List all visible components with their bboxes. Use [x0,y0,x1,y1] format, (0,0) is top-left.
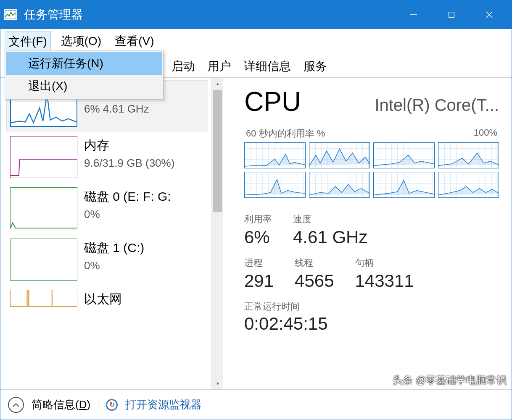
file-menu-dropdown: 运行新任务(N) 退出(X) [5,50,164,100]
graph-caption-left: 60 秒内的利用率 % [246,127,325,140]
stat-value: 4.61 GHz [293,227,367,247]
memory-thumb-icon [10,136,77,178]
graph-caption-right: 100% [474,127,497,140]
minimize-button[interactable] [395,0,433,29]
menubar: 文件(F) 选项(O) 查看(V) [0,29,512,52]
sidebar-item-value: 0% [84,208,204,221]
svg-rect-2 [449,12,454,18]
content: CPU 6% 4.61 GHz 内存 9.6/31.9 GB (30%) [0,77,512,389]
sidebar-item-value: 6% 4.61 GHz [84,102,204,116]
sidebar-item-label: 磁盘 1 (C:) [84,239,204,257]
core-graph [438,172,499,198]
core-graph [373,142,435,168]
sidebar-scrollbar[interactable]: ▴ ▾ [211,78,223,389]
stat-value: 4565 [295,271,334,291]
menu-file[interactable]: 文件(F) [5,32,51,52]
sidebar-item-disk1[interactable]: 磁盘 1 (C:) 0% [6,234,208,285]
stat-value: 291 [244,271,274,291]
separator [98,398,98,412]
detail-pane: CPU Intel(R) Core(T... 60 秒内的利用率 % 100% … [223,78,512,389]
stat-label: 利用率 [244,213,272,226]
scroll-up-icon[interactable]: ▴ [212,78,223,89]
cpu-core-grid[interactable] [244,142,499,198]
cpu-model: Intel(R) Core(T... [326,96,499,115]
sidebar-item-disk0[interactable]: 磁盘 0 (E: F: G: 0% [6,183,208,234]
disk-thumb-icon [10,187,77,229]
tab-details[interactable]: 详细信息 [238,55,297,77]
chevron-up-icon[interactable] [8,397,24,413]
app-icon [4,9,17,20]
bottom-bar: 简略信息(D) ↻ 打开资源监视器 [0,389,512,420]
menu-run-new-task[interactable]: 运行新任务(N) [6,52,162,75]
core-graph [373,172,435,198]
task-manager-window: 任务管理器 文件(F) 选项(O) 查看(V) 运行新任务(N) 退出(X) 启… [0,0,512,420]
sidebar-item-memory[interactable]: 内存 9.6/31.9 GB (30%) [6,131,208,183]
sidebar-item-value: 9.6/31.9 GB (30%) [84,157,204,170]
ethernet-thumb-icon [10,290,77,307]
maximize-button[interactable] [433,0,470,29]
detail-title: CPU [244,86,301,117]
core-graph [244,172,306,198]
tab-services[interactable]: 服务 [297,55,333,77]
tab-users[interactable]: 用户 [201,55,238,77]
sidebar-item-label: 以太网 [84,291,204,308]
stat-label: 进程 [244,257,274,269]
menu-view[interactable]: 查看(V) [111,32,157,52]
core-graph [438,142,499,168]
resource-sidebar: CPU 6% 4.61 GHz 内存 9.6/31.9 GB (30%) [0,78,223,389]
uptime-value: 0:02:45:15 [244,314,499,331]
menu-exit[interactable]: 退出(X) [6,75,162,97]
stats-row-2: 进程 291 线程 4565 句柄 143311 [244,257,499,291]
titlebar[interactable]: 任务管理器 [0,0,512,29]
scrollbar-thumb[interactable] [213,90,222,212]
stat-value: 143311 [355,271,414,291]
open-resource-monitor-link[interactable]: 打开资源监视器 [125,397,202,412]
stat-label: 速度 [293,213,367,226]
watermark: 头条 @零基础学电脑常识 [393,373,507,387]
stat-value: 6% [244,227,272,247]
sidebar-item-label: 磁盘 0 (E: F: G: [84,188,204,205]
stats-row-1: 利用率 6% 速度 4.61 GHz [244,213,499,247]
fewer-details-link[interactable]: 简略信息(D) [32,397,90,412]
disk-thumb-icon [10,239,77,281]
sidebar-item-label: 内存 [84,137,204,154]
menu-options[interactable]: 选项(O) [58,32,105,52]
window-title: 任务管理器 [24,7,395,23]
resource-monitor-icon: ↻ [106,399,118,411]
sidebar-item-value: 0% [84,259,204,272]
scroll-down-icon[interactable]: ▾ [212,378,223,389]
core-graph [309,172,370,198]
core-graph [309,142,370,168]
stat-label: 句柄 [355,257,414,269]
core-graph [244,142,306,168]
close-button[interactable] [470,0,508,29]
sidebar-item-ethernet[interactable]: 以太网 [6,285,208,315]
uptime-label: 正常运行时间 [244,300,499,313]
tab-startup[interactable]: 启动 [165,55,201,77]
stat-label: 线程 [295,257,334,269]
